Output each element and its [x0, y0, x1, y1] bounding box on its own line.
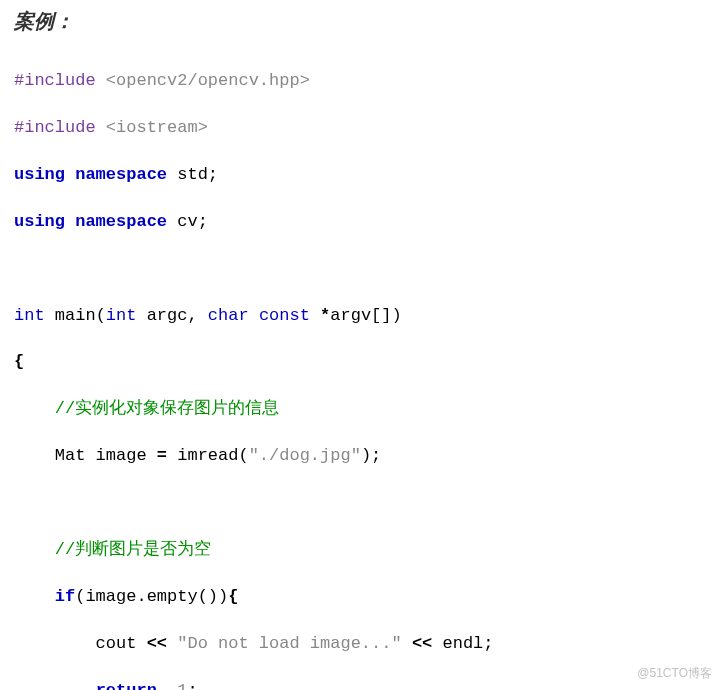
comment: //实例化对象保存图片的信息 [14, 399, 279, 418]
star: * [320, 306, 330, 325]
kw-if: if [55, 587, 75, 606]
code-line: using namespace cv; [14, 210, 706, 233]
semi: ; [208, 165, 218, 184]
ident: argv [330, 306, 371, 325]
ident: argc [136, 306, 187, 325]
num: 1 [177, 681, 187, 690]
include-path: <iostream> [106, 118, 208, 137]
semi: ; [187, 681, 197, 690]
call: imread( [167, 446, 249, 465]
ident: std [167, 165, 208, 184]
semi: ; [198, 212, 208, 231]
kw-const: const [259, 306, 310, 325]
string: "Do not load image..." [177, 634, 401, 653]
code-line: Mat image = imread("./dog.jpg"); [14, 444, 706, 467]
brace-open: { [14, 352, 24, 371]
op-eq: = [157, 446, 167, 465]
ident: cv [167, 212, 198, 231]
string: "./dog.jpg" [249, 446, 361, 465]
code-line: using namespace std; [14, 163, 706, 186]
kw-namespace: namespace [75, 212, 167, 231]
code-line: //实例化对象保存图片的信息 [14, 397, 706, 420]
type-char: char [208, 306, 249, 325]
op-minus: - [167, 681, 177, 690]
code-line: #include <opencv2/opencv.hpp> [14, 69, 706, 92]
stmt: endl; [432, 634, 493, 653]
code-line: int main(int argc, char const *argv[]) [14, 304, 706, 327]
kw-namespace: namespace [75, 165, 167, 184]
stmt: Mat image [14, 446, 157, 465]
code-line: { [14, 350, 706, 373]
code-line: return -1; [14, 679, 706, 690]
watermark: @51CTO博客 [637, 665, 712, 682]
preproc: #include [14, 71, 106, 90]
op-shl: << [412, 634, 432, 653]
blank-line [14, 257, 706, 280]
stmt: cout [14, 634, 147, 653]
blank-line [14, 491, 706, 514]
type-int: int [14, 306, 45, 325]
include-path: <opencv2/opencv.hpp> [106, 71, 310, 90]
kw-return: return [96, 681, 157, 690]
code-line: cout << "Do not load image..." << endl; [14, 632, 706, 655]
cond: (image.empty()) [75, 587, 228, 606]
comma: , [187, 306, 207, 325]
comment: //判断图片是否为空 [14, 540, 211, 559]
op-shl: << [147, 634, 167, 653]
example-title: 案例： [14, 8, 706, 36]
paren: ( [96, 306, 106, 325]
code-block: #include <opencv2/opencv.hpp> #include <… [14, 46, 706, 690]
code-line: if(image.empty()){ [14, 585, 706, 608]
code-line: #include <iostream> [14, 116, 706, 139]
brace-open: { [228, 587, 238, 606]
type-int: int [106, 306, 137, 325]
code-line: //判断图片是否为空 [14, 538, 706, 561]
preproc: #include [14, 118, 106, 137]
fn-main: main [45, 306, 96, 325]
paren-semi: ); [361, 446, 381, 465]
paren: []) [371, 306, 402, 325]
kw-using: using [14, 165, 65, 184]
kw-using: using [14, 212, 65, 231]
